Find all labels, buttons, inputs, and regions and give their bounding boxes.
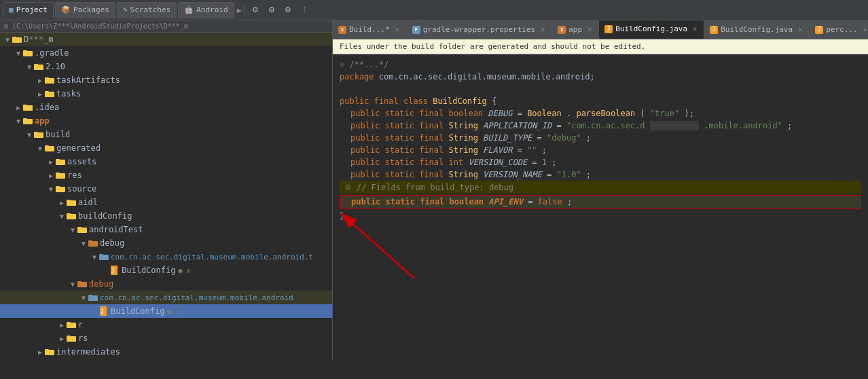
code-editor[interactable]: ⊕ /**...*/ package com.cn.ac.sec.digital… [333,54,868,360]
folder-icon-build [34,130,43,139]
tree-item-buildConfig[interactable]: buildConfig [0,209,332,223]
svg-rect-21 [56,173,65,179]
kw-package: package [340,72,379,82]
tree-label-debug2: debug [89,279,113,289]
line-content-close: } [340,210,861,222]
svg-rect-19 [56,160,65,165]
tools-button[interactable]: ⚙ [281,4,295,16]
tree-label-gradle: .gradle [35,48,69,58]
close-app-tab[interactable]: × [586,25,593,34]
arrow-debug2 [68,279,77,289]
svg-rect-47 [45,350,54,355]
main-toolbar: ■ Project 📦 Packages ✎ Scratches 🤖 Andro… [0,0,868,20]
tree-item-generated[interactable]: generated [0,141,332,155]
android-icon: 🤖 [184,5,194,14]
var-flavor: FLAVOR [483,145,512,155]
warning-dot: ⊙ [345,181,357,192]
tree-item-pkg-test[interactable]: com.cn.ac.sec.digital.museum.mobile.andr… [0,250,332,264]
tree-item-debug2[interactable]: debug [0,277,332,291]
code-line-class: public final class BuildConfig { [340,95,861,107]
redacted1: __________ [650,121,699,130]
tab-scratches[interactable]: ✎ Scratches [117,2,177,18]
tree-item-source[interactable]: source [0,182,332,196]
kw-static6: static [385,158,420,167]
kw-pub6: public [350,158,385,167]
tree-item-res[interactable]: res [0,168,332,182]
green-circle-test: ● ⊙ [178,267,190,274]
file-tab-bc1-label: BuildConfig.java [615,24,687,33]
tree-label-root: D***_m [24,35,53,44]
tree-item-aidl[interactable]: aidl [0,196,332,209]
tree-item-pkg-main[interactable]: com.cn.ac.sec.digital.museum.mobile.andr… [0,291,332,304]
folder-icon-taskArtifacts [45,75,54,85]
tree-label-assets: assets [67,157,96,166]
line-content-class: public final class BuildConfig { [340,95,861,107]
kw-bool8: boolean [450,197,489,206]
gear-button[interactable]: ⚙ [248,4,263,16]
fold-icon-1: ⊕ [340,60,344,69]
file-tab-perc[interactable]: J perc... × [810,20,868,39]
kw-class: class [403,96,433,106]
svg-rect-13 [23,119,33,124]
file-tab-build[interactable]: X Build...* × [333,20,407,39]
arrow-taskArtifacts [35,75,45,85]
tree-item-tasks[interactable]: tasks [0,87,332,101]
close-build-tab[interactable]: × [394,25,401,34]
svg-line-49 [353,224,414,278]
str-true: "true" [650,109,679,118]
tree-label-debug-test: debug [100,238,124,248]
kw-static4: static [385,133,420,143]
tree-item-r[interactable]: r [0,318,332,331]
tree-item-buildconfig-test[interactable]: J BuildConfig ● ⊙ [0,264,332,277]
file-tab-app[interactable]: X app × [552,20,599,39]
kw-static5: static [385,145,420,155]
kw-final2: final [419,109,448,118]
tree-item-gradle[interactable]: .gradle [0,46,332,60]
kw-static7: static [385,170,420,179]
more-button[interactable]: ⋮ [297,4,312,16]
file-tab-buildconfig1[interactable]: J BuildConfig.java × [599,20,704,39]
tree-label-bc-test: BuildConfig [122,266,175,275]
tree-item-intermediates[interactable]: intermediates [0,345,332,359]
blank1 [340,83,861,95]
str-appid2: .mobile.android" [704,121,782,130]
tree-item-debug-test[interactable]: debug [0,236,332,250]
var-appid: APPLICATION_ID [483,121,551,130]
close-bc1-tab[interactable]: × [691,24,698,33]
tab-packages[interactable]: 📦 Packages [55,2,115,18]
svg-rect-45 [67,336,76,342]
tree-item-idea[interactable]: .idea [0,101,332,114]
tree-label-generated: generated [56,143,101,153]
close-bc2-tab[interactable]: × [797,25,803,34]
var-debug: DEBUG [488,109,512,118]
tree-item-root[interactable]: D***_m [0,33,332,46]
svg-rect-33 [99,255,109,260]
tab-android[interactable]: 🤖 Android [178,2,234,18]
file-tab-gradle-wrapper[interactable]: P gradle-wrapper.properties × [407,20,553,39]
file-tabs-bar: X Build...* × P gradle-wrapper.propertie… [333,20,868,39]
tree-item-androidTest[interactable]: androidTest [0,223,332,236]
tree-item-assets[interactable]: assets [0,155,332,168]
tree-item-buildconfig-main[interactable]: J BuildConfig ● ⊙ [0,304,332,318]
close-gradle-tab[interactable]: × [539,25,546,34]
tree-item-taskArtifacts[interactable]: taskArtifacts [0,73,332,87]
settings-button[interactable]: ⚙ [264,4,279,16]
more-tabs-indicator: ▶ [237,5,242,15]
tree-label-tasks: tasks [56,89,81,98]
close-perc-tab[interactable]: × [862,25,868,34]
tree-item-build[interactable]: build [0,128,332,141]
tree-item-210[interactable]: 2.10 [0,60,332,73]
folder-icon-generated [45,143,54,153]
semi1: ; [787,121,792,130]
arrow-res [46,170,56,180]
tree-item-rs[interactable]: rs [0,331,332,345]
file-tab-buildconfig2[interactable]: J BuildConfig.java × [704,20,810,39]
kw-static8: static [386,197,420,206]
tab-project[interactable]: ■ Project [3,2,54,18]
scratches-icon: ✎ [123,5,128,14]
arrow-androidTest [68,225,77,234]
brace-open: { [492,96,496,106]
tree-item-app[interactable]: app [0,114,332,128]
tree-label-210: 2.10 [46,62,65,71]
java-icon-perc: J [815,26,823,34]
